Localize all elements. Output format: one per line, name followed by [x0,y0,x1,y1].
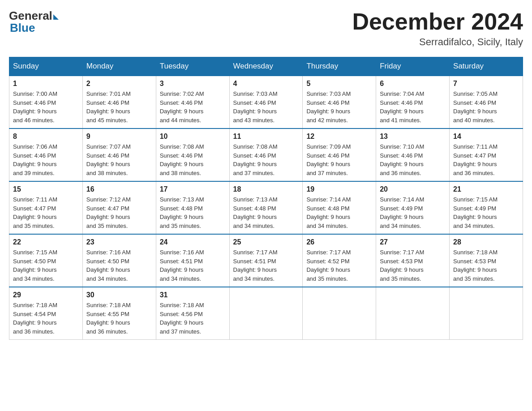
day-info: Sunrise: 7:18 AM Sunset: 4:53 PM Dayligh… [453,248,519,283]
day-number: 1 [13,80,79,88]
day-info: Sunrise: 7:17 AM Sunset: 4:51 PM Dayligh… [233,248,299,283]
day-number: 17 [160,185,226,193]
day-info: Sunrise: 7:02 AM Sunset: 4:46 PM Dayligh… [160,90,226,124]
table-cell [450,287,523,340]
col-sunday: Sunday [9,57,83,76]
day-info: Sunrise: 7:16 AM Sunset: 4:51 PM Dayligh… [160,248,226,283]
table-cell: 28 Sunrise: 7:18 AM Sunset: 4:53 PM Dayl… [450,234,523,287]
day-info: Sunrise: 7:18 AM Sunset: 4:54 PM Dayligh… [13,301,79,336]
day-number: 11 [233,133,299,141]
table-cell: 16 Sunrise: 7:12 AM Sunset: 4:47 PM Dayl… [82,181,156,234]
day-number: 8 [13,133,79,141]
logo-triangle-icon [53,14,59,20]
day-number: 2 [86,80,152,88]
week-row-5: 29 Sunrise: 7:18 AM Sunset: 4:54 PM Dayl… [9,287,523,340]
day-info: Sunrise: 7:15 AM Sunset: 4:49 PM Dayligh… [453,195,519,230]
day-number: 16 [86,185,152,193]
day-info: Sunrise: 7:08 AM Sunset: 4:46 PM Dayligh… [233,142,299,177]
day-info: Sunrise: 7:18 AM Sunset: 4:55 PM Dayligh… [86,301,152,336]
day-number: 4 [233,80,299,88]
day-info: Sunrise: 7:04 AM Sunset: 4:46 PM Dayligh… [380,90,446,124]
table-cell: 1 Sunrise: 7:00 AM Sunset: 4:46 PM Dayli… [9,76,83,128]
day-number: 6 [380,80,446,88]
day-info: Sunrise: 7:07 AM Sunset: 4:46 PM Dayligh… [86,142,152,177]
day-info: Sunrise: 7:12 AM Sunset: 4:47 PM Dayligh… [86,195,152,230]
table-cell: 11 Sunrise: 7:08 AM Sunset: 4:46 PM Dayl… [229,128,303,181]
day-info: Sunrise: 7:03 AM Sunset: 4:46 PM Dayligh… [306,90,372,124]
table-cell [229,287,303,340]
col-thursday: Thursday [303,57,376,76]
table-cell: 15 Sunrise: 7:11 AM Sunset: 4:47 PM Dayl… [9,181,83,234]
day-number: 24 [160,238,226,246]
table-cell: 4 Sunrise: 7:03 AM Sunset: 4:46 PM Dayli… [229,76,303,128]
table-cell: 21 Sunrise: 7:15 AM Sunset: 4:49 PM Dayl… [450,181,523,234]
day-info: Sunrise: 7:06 AM Sunset: 4:46 PM Dayligh… [13,142,79,177]
day-info: Sunrise: 7:14 AM Sunset: 4:48 PM Dayligh… [306,195,372,230]
day-number: 5 [306,80,372,88]
location-title: Serradifalco, Sicily, Italy [352,36,523,48]
day-info: Sunrise: 7:15 AM Sunset: 4:50 PM Dayligh… [13,248,79,283]
table-cell: 19 Sunrise: 7:14 AM Sunset: 4:48 PM Dayl… [303,181,376,234]
day-info: Sunrise: 7:18 AM Sunset: 4:56 PM Dayligh… [160,301,226,336]
week-row-2: 8 Sunrise: 7:06 AM Sunset: 4:46 PM Dayli… [9,128,523,181]
day-number: 30 [86,291,152,299]
table-cell [376,287,450,340]
table-cell: 24 Sunrise: 7:16 AM Sunset: 4:51 PM Dayl… [156,234,229,287]
day-number: 15 [13,185,79,193]
week-row-1: 1 Sunrise: 7:00 AM Sunset: 4:46 PM Dayli… [9,76,523,128]
week-row-4: 22 Sunrise: 7:15 AM Sunset: 4:50 PM Dayl… [9,234,523,287]
day-info: Sunrise: 7:11 AM Sunset: 4:47 PM Dayligh… [13,195,79,230]
table-cell: 17 Sunrise: 7:13 AM Sunset: 4:48 PM Dayl… [156,181,229,234]
table-cell: 5 Sunrise: 7:03 AM Sunset: 4:46 PM Dayli… [303,76,376,128]
logo-blue-text: Blue [10,21,35,35]
day-number: 3 [160,80,226,88]
day-info: Sunrise: 7:10 AM Sunset: 4:46 PM Dayligh… [380,142,446,177]
day-number: 19 [306,185,372,193]
table-cell [303,287,376,340]
col-monday: Monday [82,57,156,76]
table-cell: 6 Sunrise: 7:04 AM Sunset: 4:46 PM Dayli… [376,76,450,128]
day-info: Sunrise: 7:17 AM Sunset: 4:53 PM Dayligh… [380,248,446,283]
day-number: 14 [453,133,519,141]
logo: General Blue [9,9,59,35]
day-number: 22 [13,238,79,246]
day-info: Sunrise: 7:17 AM Sunset: 4:52 PM Dayligh… [306,248,372,283]
day-info: Sunrise: 7:08 AM Sunset: 4:46 PM Dayligh… [160,142,226,177]
day-number: 10 [160,133,226,141]
col-friday: Friday [376,57,450,76]
day-info: Sunrise: 7:13 AM Sunset: 4:48 PM Dayligh… [160,195,226,230]
day-number: 31 [160,291,226,299]
table-cell: 7 Sunrise: 7:05 AM Sunset: 4:46 PM Dayli… [450,76,523,128]
day-number: 18 [233,185,299,193]
day-number: 27 [380,238,446,246]
day-number: 7 [453,80,519,88]
table-cell: 22 Sunrise: 7:15 AM Sunset: 4:50 PM Dayl… [9,234,83,287]
table-cell: 25 Sunrise: 7:17 AM Sunset: 4:51 PM Dayl… [229,234,303,287]
table-cell: 29 Sunrise: 7:18 AM Sunset: 4:54 PM Dayl… [9,287,83,340]
table-cell: 13 Sunrise: 7:10 AM Sunset: 4:46 PM Dayl… [376,128,450,181]
day-number: 20 [380,185,446,193]
day-number: 29 [13,291,79,299]
day-info: Sunrise: 7:14 AM Sunset: 4:49 PM Dayligh… [380,195,446,230]
day-number: 26 [306,238,372,246]
table-cell: 9 Sunrise: 7:07 AM Sunset: 4:46 PM Dayli… [82,128,156,181]
table-cell: 23 Sunrise: 7:16 AM Sunset: 4:50 PM Dayl… [82,234,156,287]
title-area: December 2024 Serradifalco, Sicily, Ital… [352,9,523,48]
week-row-3: 15 Sunrise: 7:11 AM Sunset: 4:47 PM Dayl… [9,181,523,234]
table-cell: 30 Sunrise: 7:18 AM Sunset: 4:55 PM Dayl… [82,287,156,340]
table-cell: 20 Sunrise: 7:14 AM Sunset: 4:49 PM Dayl… [376,181,450,234]
day-info: Sunrise: 7:00 AM Sunset: 4:46 PM Dayligh… [13,90,79,124]
day-info: Sunrise: 7:09 AM Sunset: 4:46 PM Dayligh… [306,142,372,177]
month-title: December 2024 [352,9,523,34]
day-info: Sunrise: 7:05 AM Sunset: 4:46 PM Dayligh… [453,90,519,124]
table-cell: 18 Sunrise: 7:13 AM Sunset: 4:48 PM Dayl… [229,181,303,234]
table-cell: 8 Sunrise: 7:06 AM Sunset: 4:46 PM Dayli… [9,128,83,181]
day-info: Sunrise: 7:11 AM Sunset: 4:47 PM Dayligh… [453,142,519,177]
table-cell: 31 Sunrise: 7:18 AM Sunset: 4:56 PM Dayl… [156,287,229,340]
day-number: 13 [380,133,446,141]
calendar-header-row: Sunday Monday Tuesday Wednesday Thursday… [9,57,523,76]
table-cell: 27 Sunrise: 7:17 AM Sunset: 4:53 PM Dayl… [376,234,450,287]
day-info: Sunrise: 7:13 AM Sunset: 4:48 PM Dayligh… [233,195,299,230]
col-tuesday: Tuesday [156,57,229,76]
day-number: 23 [86,238,152,246]
